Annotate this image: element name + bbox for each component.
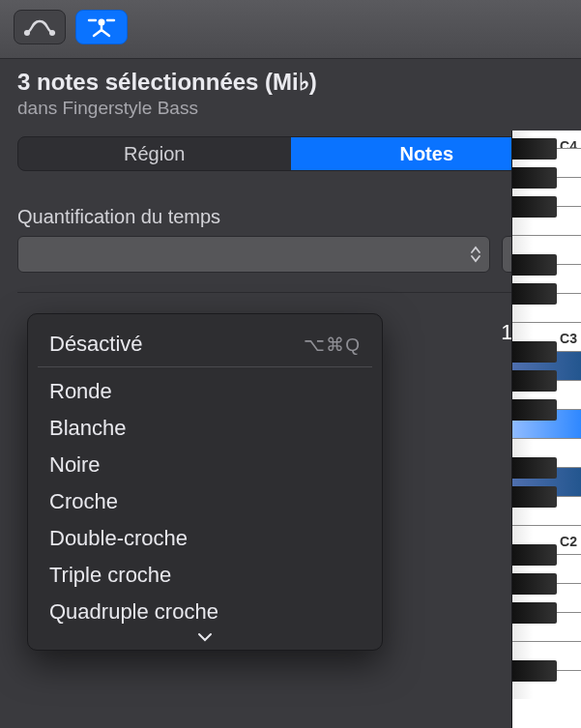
- piano-black-key[interactable]: [512, 573, 557, 595]
- midi-draw-icon: [85, 16, 118, 38]
- menu-item-label: Croche: [49, 489, 118, 514]
- piano-black-key[interactable]: [512, 370, 557, 392]
- piano-black-key[interactable]: [512, 167, 557, 189]
- piano-black-key[interactable]: [512, 283, 557, 305]
- svg-point-1: [49, 30, 55, 36]
- selection-title: 3 notes sélectionnées (Mi♭): [17, 69, 564, 96]
- piano-key[interactable]: [512, 670, 581, 699]
- automation-curve-icon: [23, 17, 56, 37]
- tab-segmented-control: Région Notes: [17, 136, 564, 171]
- piano-black-key[interactable]: [512, 486, 557, 508]
- quantize-menu: Désactivé ⌥⌘Q Ronde Blanche Noire Croche…: [27, 313, 383, 651]
- menu-item-off[interactable]: Désactivé ⌥⌘Q: [28, 326, 382, 363]
- piano-keyboard[interactable]: C4 C3 C2: [511, 131, 581, 728]
- piano-black-key[interactable]: [512, 196, 557, 218]
- piano-black-key[interactable]: [512, 457, 557, 479]
- menu-item-label: Triple croche: [49, 563, 171, 588]
- piano-black-key[interactable]: [512, 544, 557, 566]
- selection-subtitle: dans Fingerstyle Bass: [17, 98, 564, 119]
- menu-item-label: Noire: [49, 452, 101, 478]
- piano-black-key[interactable]: [512, 254, 557, 276]
- piano-key[interactable]: [512, 293, 581, 322]
- menu-item-whole[interactable]: Ronde: [28, 373, 382, 410]
- chevron-down-icon: [197, 632, 213, 642]
- automation-tool-button[interactable]: [14, 10, 66, 44]
- piano-key[interactable]: [512, 612, 581, 641]
- piano-key[interactable]: [512, 496, 581, 525]
- piano-key[interactable]: [512, 409, 581, 438]
- menu-item-half[interactable]: Blanche: [28, 410, 382, 447]
- piano-key[interactable]: [512, 206, 581, 235]
- svg-point-0: [24, 30, 30, 36]
- piano-black-key[interactable]: [512, 660, 557, 682]
- menu-item-label: Désactivé: [49, 332, 143, 357]
- menu-item-label: Quadruple croche: [49, 599, 218, 625]
- menu-separator: [38, 366, 372, 367]
- octave-label: C3: [560, 331, 577, 346]
- menu-item-thirtysecond[interactable]: Triple croche: [28, 557, 382, 594]
- stepper-icon: [470, 246, 481, 263]
- menu-item-sixteenth[interactable]: Double-croche: [28, 520, 382, 557]
- menu-item-label: Double-croche: [49, 526, 188, 551]
- menu-more[interactable]: [28, 630, 382, 648]
- toolbar: [0, 0, 581, 59]
- tab-region[interactable]: Région: [18, 137, 291, 170]
- quantize-label: Quantification du temps: [17, 206, 564, 228]
- midi-draw-tool-button[interactable]: [75, 10, 128, 44]
- piano-black-key[interactable]: [512, 602, 557, 624]
- piano-black-key[interactable]: [512, 341, 557, 363]
- menu-item-label: Blanche: [49, 416, 127, 441]
- header: 3 notes sélectionnées (Mi♭) dans Fingers…: [0, 59, 581, 131]
- piano-black-key[interactable]: [512, 399, 557, 421]
- menu-item-eighth[interactable]: Croche: [28, 483, 382, 520]
- piano-black-key[interactable]: [512, 138, 557, 160]
- menu-item-sixtyfourth[interactable]: Quadruple croche: [28, 594, 382, 630]
- menu-item-label: Ronde: [49, 379, 112, 404]
- divider: [17, 292, 564, 293]
- octave-label: C2: [560, 534, 577, 549]
- menu-shortcut: ⌥⌘Q: [304, 334, 361, 356]
- menu-item-quarter[interactable]: Noire: [28, 447, 382, 483]
- quantize-dropdown[interactable]: [17, 236, 490, 273]
